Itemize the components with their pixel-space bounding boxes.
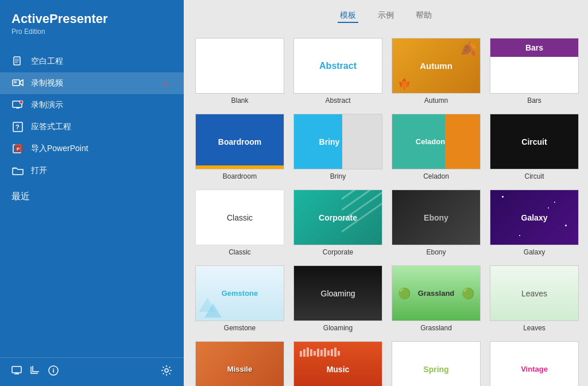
sidebar-item-label: 录制演示 — [31, 100, 63, 110]
sidebar-item-record-video[interactable]: 录制视频 ← — [0, 72, 184, 94]
template-thumb-celadon: Celadon — [392, 114, 481, 169]
svg-rect-27 — [314, 351, 316, 356]
template-classic[interactable]: Classic Classic — [195, 190, 284, 256]
sidebar-item-open[interactable]: 打开 — [0, 160, 184, 182]
template-label-ebony: Ebony — [426, 248, 446, 256]
arrow-icon: ← — [161, 77, 172, 90]
svg-rect-24 — [303, 349, 305, 357]
template-label-briny: Briny — [330, 172, 346, 180]
svg-rect-29 — [320, 350, 323, 356]
svg-text:P: P — [17, 146, 20, 152]
template-grassland[interactable]: Grassland 🟢 🟢 Grassland — [392, 265, 481, 332]
template-thumb-classic: Classic — [195, 190, 284, 245]
template-thumb-corporate: Corporate — [293, 190, 382, 245]
screen-icon — [11, 101, 24, 110]
gear-icon[interactable] — [161, 365, 172, 379]
template-label-blank: Blank — [231, 96, 248, 105]
svg-point-9 — [20, 101, 23, 104]
template-label-leaves: Leaves — [523, 324, 546, 332]
template-thumb-vintage: Vintage — [490, 341, 579, 386]
svg-rect-33 — [334, 348, 336, 357]
template-briny[interactable]: Briny Briny — [293, 114, 382, 180]
template-thumb-music: Music — [293, 341, 382, 386]
folder-icon — [11, 166, 24, 175]
info-icon[interactable]: i — [48, 365, 59, 379]
template-label-bars: Bars — [527, 96, 541, 105]
template-boardroom[interactable]: Boardroom Boardroom — [195, 114, 284, 180]
template-thumb-blank — [195, 38, 284, 94]
template-label-grassland: Grassland — [420, 324, 452, 332]
template-thumb-ebony: Ebony — [392, 190, 481, 245]
template-thumb-leaves: Leaves — [490, 265, 579, 321]
template-bars[interactable]: Bars Bars — [490, 38, 579, 105]
template-label-celadon: Celadon — [423, 172, 449, 180]
svg-rect-31 — [327, 350, 330, 356]
template-abstract[interactable]: Abstract Abstract — [293, 38, 382, 105]
template-thumb-missile: Missile — [195, 341, 284, 386]
main-header: 模板 示例 帮助 — [184, 0, 588, 32]
monitor-icon[interactable] — [11, 365, 22, 379]
svg-rect-32 — [331, 349, 333, 356]
template-gemstone[interactable]: Gemstone Gemstone — [195, 265, 284, 332]
template-autumn[interactable]: Autumn 🍂 🍁 Autumn — [392, 38, 481, 105]
main-panel: 模板 示例 帮助 Blank Abstract Abstract Autumn … — [184, 0, 588, 386]
template-thumb-gloaming: Gloaming — [293, 265, 382, 321]
template-blank[interactable]: Blank — [195, 38, 284, 105]
sidebar-item-quiz[interactable]: ? 应答式工程 — [0, 116, 184, 138]
template-label-boardroom: Boardroom — [223, 172, 257, 180]
template-leaves[interactable]: Leaves Leaves — [490, 265, 579, 332]
svg-rect-34 — [338, 351, 340, 356]
svg-rect-5 — [14, 81, 17, 83]
sidebar-menu: 空白工程 录制视频 ← — [0, 51, 184, 357]
tab-examples[interactable]: 示例 — [376, 9, 396, 23]
app-title: ActivePresenter — [11, 11, 172, 26]
template-music[interactable]: Music Music — [293, 341, 382, 386]
recent-label: 最近 — [0, 182, 184, 207]
ppt-icon: P — [11, 144, 24, 153]
svg-point-20 — [165, 369, 168, 372]
template-circuit[interactable]: Circuit Circuit — [490, 114, 579, 180]
svg-rect-25 — [307, 348, 309, 357]
template-vintage[interactable]: Vintage Vintage — [490, 341, 579, 386]
template-thumb-grassland: Grassland 🟢 🟢 — [392, 265, 481, 321]
template-label-autumn: Autumn — [424, 96, 448, 105]
sidebar-item-blank-project[interactable]: 空白工程 — [0, 51, 184, 72]
template-thumb-gemstone: Gemstone — [195, 265, 284, 321]
template-ebony[interactable]: Ebony Ebony — [392, 190, 481, 256]
sidebar-item-label: 打开 — [31, 165, 47, 176]
template-spring[interactable]: Spring Spring — [392, 341, 481, 386]
sidebar-footer: i — [0, 357, 184, 386]
template-corporate[interactable]: Corporate Corporate — [293, 190, 382, 256]
sidebar: ActivePresenter Pro Edition 空白工程 — [0, 0, 184, 386]
template-thumb-briny: Briny — [293, 114, 382, 169]
sidebar-header: ActivePresenter Pro Edition — [0, 0, 184, 41]
templates-grid: Blank Abstract Abstract Autumn 🍂 🍁 Autum… — [184, 32, 588, 386]
template-thumb-autumn: Autumn 🍂 🍁 — [392, 38, 481, 94]
template-label-gloaming: Gloaming — [323, 324, 353, 332]
template-thumb-spring: Spring — [392, 341, 481, 386]
sidebar-item-label: 录制视频 — [31, 78, 63, 88]
template-label-classic: Classic — [229, 248, 251, 256]
sidebar-item-record-demo[interactable]: 录制演示 — [0, 94, 184, 116]
sidebar-item-import-ppt[interactable]: P 导入PowerPoint — [0, 138, 184, 160]
template-missile[interactable]: Missile Missile — [195, 341, 284, 386]
template-gloaming[interactable]: Gloaming Gloaming — [293, 265, 382, 332]
template-celadon[interactable]: Celadon Celadon — [392, 114, 481, 180]
app-edition: Pro Edition — [11, 28, 172, 36]
svg-rect-23 — [300, 351, 302, 357]
tab-help[interactable]: 帮助 — [413, 9, 434, 23]
template-thumb-galaxy: Galaxy — [490, 190, 579, 245]
svg-rect-15 — [12, 366, 21, 373]
template-galaxy[interactable]: Galaxy Galaxy — [490, 190, 579, 256]
crop-icon[interactable] — [30, 365, 40, 379]
svg-rect-30 — [324, 348, 326, 357]
template-thumb-bars: Bars — [490, 38, 579, 94]
footer-icons: i — [11, 365, 59, 379]
sidebar-item-label: 应答式工程 — [31, 122, 71, 132]
svg-rect-26 — [310, 349, 312, 356]
file-icon — [11, 57, 24, 66]
video-icon — [11, 79, 24, 88]
tab-templates[interactable]: 模板 — [338, 9, 358, 23]
svg-rect-28 — [317, 349, 319, 357]
template-label-galaxy: Galaxy — [524, 248, 545, 256]
